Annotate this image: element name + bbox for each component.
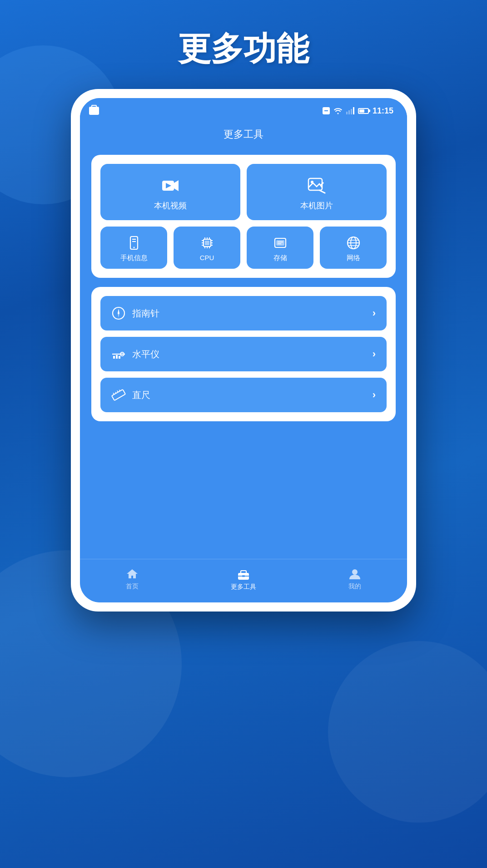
svg-rect-1 [348, 110, 350, 114]
profile-icon [348, 567, 361, 580]
list-card: 指南针 › [91, 287, 396, 421]
svg-rect-15 [205, 241, 209, 245]
svg-line-9 [319, 190, 325, 193]
svg-point-58 [352, 569, 358, 575]
bottom-nav: 首页 更多工具 我的 [80, 559, 407, 602]
svg-line-52 [117, 390, 118, 392]
storage-icon [273, 236, 288, 250]
nav-more-tools-label: 更多工具 [231, 583, 256, 591]
svg-rect-2 [351, 109, 352, 114]
status-block-icon [323, 107, 330, 114]
cpu-icon [200, 236, 214, 250]
svg-line-50 [113, 393, 114, 394]
phone-frame: 11:15 更多工具 本机视频 [71, 89, 416, 612]
svg-rect-49 [112, 390, 125, 400]
ruler-label: 直尺 [132, 389, 150, 401]
status-signal-icon [346, 107, 354, 114]
status-battery-icon [358, 108, 369, 114]
compass-icon [111, 306, 126, 321]
phone-info-icon [127, 236, 141, 250]
level-chevron: › [373, 348, 376, 360]
svg-rect-55 [241, 571, 246, 574]
network-label: 网络 [347, 254, 360, 262]
network-icon [346, 236, 361, 250]
svg-rect-57 [242, 575, 245, 577]
svg-rect-29 [276, 240, 284, 246]
cpu-button[interactable]: CPU [174, 227, 240, 269]
level-label: 水平仪 [132, 348, 159, 360]
cpu-label: CPU [200, 254, 214, 261]
storage-button[interactable]: 存储 [247, 227, 313, 269]
svg-rect-45 [116, 357, 118, 358]
image-edit-icon [308, 177, 326, 195]
local-video-label: 本机视频 [154, 200, 187, 211]
level-item[interactable]: 水平仪 › [100, 337, 387, 371]
phone-info-button[interactable]: 手机信息 [100, 227, 167, 269]
status-time: 11:15 [373, 106, 393, 116]
svg-point-11 [133, 247, 134, 248]
tools-card: 本机视频 本机图片 [91, 155, 396, 278]
toolbox-icon [237, 567, 250, 581]
app-header-title: 更多工具 [224, 128, 263, 140]
storage-label: 存储 [273, 254, 287, 262]
ruler-chevron: › [373, 389, 376, 401]
local-image-label: 本机图片 [300, 200, 333, 211]
svg-rect-0 [346, 112, 348, 114]
network-button[interactable]: 网络 [320, 227, 387, 269]
nav-home[interactable]: 首页 [112, 565, 152, 593]
local-image-button[interactable]: 本机图片 [247, 164, 387, 220]
nav-home-label: 首页 [126, 582, 139, 591]
svg-marker-5 [174, 180, 179, 191]
nav-profile[interactable]: 我的 [335, 565, 375, 593]
ruler-icon [111, 388, 126, 402]
compass-chevron: › [373, 307, 376, 319]
compass-label: 指南针 [132, 307, 159, 320]
svg-rect-3 [353, 107, 354, 114]
compass-item[interactable]: 指南针 › [100, 296, 387, 330]
app-header: 更多工具 [80, 121, 407, 150]
nav-more-tools[interactable]: 更多工具 [217, 565, 270, 593]
svg-rect-43 [113, 357, 115, 358]
status-wifi-icon [333, 107, 343, 114]
home-icon [126, 567, 139, 580]
level-icon [111, 347, 126, 361]
nav-profile-label: 我的 [348, 582, 361, 591]
ruler-item[interactable]: 直尺 › [100, 378, 387, 412]
video-camera-icon [161, 177, 179, 195]
status-bar: 11:15 [80, 98, 407, 121]
status-camera-icon [89, 107, 99, 115]
svg-rect-46 [119, 356, 120, 359]
phone-info-label: 手机信息 [120, 254, 148, 262]
svg-point-48 [122, 354, 123, 355]
local-video-button[interactable]: 本机视频 [100, 164, 240, 220]
page-title: 更多功能 [178, 27, 309, 71]
